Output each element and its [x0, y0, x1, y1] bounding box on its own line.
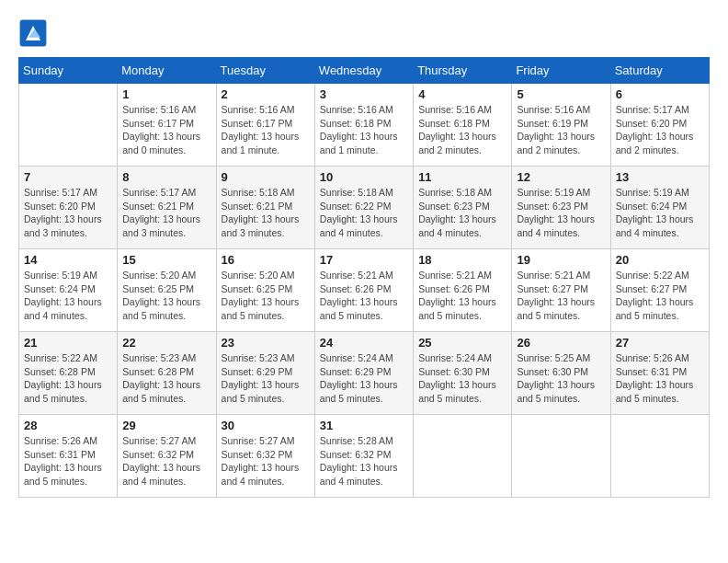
day-info: Sunrise: 5:24 AMSunset: 6:30 PMDaylight:… [418, 351, 506, 406]
day-info: Sunrise: 5:23 AMSunset: 6:28 PMDaylight:… [122, 351, 210, 406]
weekday-header: Saturday [610, 58, 709, 84]
calendar-cell: 10Sunrise: 5:18 AMSunset: 6:22 PMDayligh… [314, 167, 413, 249]
day-number: 1 [122, 87, 210, 101]
day-info: Sunrise: 5:21 AMSunset: 6:27 PMDaylight:… [517, 269, 605, 323]
calendar-cell: 18Sunrise: 5:21 AMSunset: 6:26 PMDayligh… [414, 249, 512, 332]
day-info: Sunrise: 5:20 AMSunset: 6:25 PMDaylight:… [122, 269, 210, 323]
day-number: 26 [517, 336, 605, 350]
calendar-cell: 5Sunrise: 5:16 AMSunset: 6:19 PMDaylight… [512, 84, 610, 167]
day-number: 25 [418, 336, 506, 350]
day-number: 11 [418, 170, 506, 184]
weekday-header: Tuesday [216, 58, 314, 84]
day-info: Sunrise: 5:17 AMSunset: 6:21 PMDaylight:… [122, 186, 210, 240]
calendar-cell: 23Sunrise: 5:23 AMSunset: 6:29 PMDayligh… [216, 332, 314, 415]
day-info: Sunrise: 5:24 AMSunset: 6:29 PMDaylight:… [320, 351, 408, 406]
day-info: Sunrise: 5:25 AMSunset: 6:30 PMDaylight:… [517, 351, 605, 406]
day-info: Sunrise: 5:16 AMSunset: 6:17 PMDaylight:… [222, 103, 310, 157]
calendar-cell: 22Sunrise: 5:23 AMSunset: 6:28 PMDayligh… [118, 332, 216, 415]
calendar-cell: 7Sunrise: 5:17 AMSunset: 6:20 PMDaylight… [19, 167, 118, 249]
day-info: Sunrise: 5:16 AMSunset: 6:18 PMDaylight:… [418, 103, 506, 157]
day-info: Sunrise: 5:17 AMSunset: 6:20 PMDaylight:… [24, 186, 112, 240]
calendar-cell [414, 415, 512, 498]
calendar-cell: 15Sunrise: 5:20 AMSunset: 6:25 PMDayligh… [118, 249, 216, 332]
day-number: 30 [222, 419, 310, 432]
day-info: Sunrise: 5:18 AMSunset: 6:23 PMDaylight:… [418, 186, 506, 240]
day-info: Sunrise: 5:16 AMSunset: 6:17 PMDaylight:… [122, 103, 210, 157]
day-number: 2 [222, 87, 310, 101]
calendar-cell: 30Sunrise: 5:27 AMSunset: 6:32 PMDayligh… [216, 415, 314, 498]
calendar-cell: 31Sunrise: 5:28 AMSunset: 6:32 PMDayligh… [314, 415, 413, 498]
calendar-header-row: SundayMondayTuesdayWednesdayThursdayFrid… [19, 58, 710, 84]
calendar-cell [512, 415, 610, 498]
calendar-cell: 28Sunrise: 5:26 AMSunset: 6:31 PMDayligh… [19, 415, 118, 498]
day-number: 23 [222, 336, 310, 350]
day-number: 18 [418, 253, 506, 267]
day-number: 7 [24, 170, 112, 184]
day-number: 29 [122, 419, 210, 432]
day-number: 20 [616, 253, 704, 267]
calendar-cell: 20Sunrise: 5:22 AMSunset: 6:27 PMDayligh… [610, 249, 709, 332]
calendar-cell [610, 415, 709, 498]
day-number: 8 [122, 170, 210, 184]
calendar-cell: 13Sunrise: 5:19 AMSunset: 6:24 PMDayligh… [610, 167, 709, 249]
calendar-cell: 21Sunrise: 5:22 AMSunset: 6:28 PMDayligh… [19, 332, 118, 415]
calendar-week-row: 7Sunrise: 5:17 AMSunset: 6:20 PMDaylight… [19, 167, 710, 249]
day-info: Sunrise: 5:21 AMSunset: 6:26 PMDaylight:… [320, 269, 408, 323]
calendar-week-row: 28Sunrise: 5:26 AMSunset: 6:31 PMDayligh… [19, 415, 710, 498]
day-number: 9 [222, 170, 310, 184]
calendar-cell: 14Sunrise: 5:19 AMSunset: 6:24 PMDayligh… [19, 249, 118, 332]
day-number: 19 [517, 253, 605, 267]
day-info: Sunrise: 5:22 AMSunset: 6:27 PMDaylight:… [616, 269, 704, 323]
day-number: 12 [517, 170, 605, 184]
day-number: 28 [24, 419, 112, 432]
day-number: 3 [320, 87, 408, 101]
calendar-week-row: 21Sunrise: 5:22 AMSunset: 6:28 PMDayligh… [19, 332, 710, 415]
calendar-cell: 25Sunrise: 5:24 AMSunset: 6:30 PMDayligh… [414, 332, 512, 415]
calendar-cell: 2Sunrise: 5:16 AMSunset: 6:17 PMDaylight… [216, 84, 314, 167]
calendar-cell: 6Sunrise: 5:17 AMSunset: 6:20 PMDaylight… [610, 84, 709, 167]
day-info: Sunrise: 5:26 AMSunset: 6:31 PMDaylight:… [616, 351, 704, 406]
day-info: Sunrise: 5:18 AMSunset: 6:21 PMDaylight:… [222, 186, 310, 240]
calendar-cell: 9Sunrise: 5:18 AMSunset: 6:21 PMDaylight… [216, 167, 314, 249]
day-number: 15 [122, 253, 210, 267]
calendar-week-row: 1Sunrise: 5:16 AMSunset: 6:17 PMDaylight… [19, 84, 710, 167]
day-info: Sunrise: 5:27 AMSunset: 6:32 PMDaylight:… [122, 434, 210, 488]
day-number: 10 [320, 170, 408, 184]
day-info: Sunrise: 5:19 AMSunset: 6:24 PMDaylight:… [24, 269, 112, 323]
calendar-cell: 3Sunrise: 5:16 AMSunset: 6:18 PMDaylight… [314, 84, 413, 167]
day-number: 5 [517, 87, 605, 101]
day-info: Sunrise: 5:20 AMSunset: 6:25 PMDaylight:… [222, 269, 310, 323]
day-number: 22 [122, 336, 210, 350]
day-info: Sunrise: 5:23 AMSunset: 6:29 PMDaylight:… [222, 351, 310, 406]
day-info: Sunrise: 5:22 AMSunset: 6:28 PMDaylight:… [24, 351, 112, 406]
day-number: 14 [24, 253, 112, 267]
calendar-cell: 4Sunrise: 5:16 AMSunset: 6:18 PMDaylight… [414, 84, 512, 167]
day-number: 24 [320, 336, 408, 350]
weekday-header: Sunday [19, 58, 118, 84]
day-number: 31 [320, 419, 408, 432]
day-number: 27 [616, 336, 704, 350]
calendar-cell: 26Sunrise: 5:25 AMSunset: 6:30 PMDayligh… [512, 332, 610, 415]
day-info: Sunrise: 5:18 AMSunset: 6:22 PMDaylight:… [320, 186, 408, 240]
day-info: Sunrise: 5:17 AMSunset: 6:20 PMDaylight:… [616, 103, 704, 157]
calendar-week-row: 14Sunrise: 5:19 AMSunset: 6:24 PMDayligh… [19, 249, 710, 332]
day-number: 21 [24, 336, 112, 350]
day-number: 4 [418, 87, 506, 101]
page-header [18, 18, 710, 48]
day-number: 6 [616, 87, 704, 101]
weekday-header: Friday [512, 58, 610, 84]
day-info: Sunrise: 5:19 AMSunset: 6:23 PMDaylight:… [517, 186, 605, 240]
calendar-cell: 29Sunrise: 5:27 AMSunset: 6:32 PMDayligh… [118, 415, 216, 498]
calendar-cell: 27Sunrise: 5:26 AMSunset: 6:31 PMDayligh… [610, 332, 709, 415]
calendar-cell: 1Sunrise: 5:16 AMSunset: 6:17 PMDaylight… [118, 84, 216, 167]
calendar-table: SundayMondayTuesdayWednesdayThursdayFrid… [18, 57, 710, 498]
day-info: Sunrise: 5:26 AMSunset: 6:31 PMDaylight:… [24, 434, 112, 488]
day-number: 13 [616, 170, 704, 184]
calendar-cell: 12Sunrise: 5:19 AMSunset: 6:23 PMDayligh… [512, 167, 610, 249]
day-info: Sunrise: 5:28 AMSunset: 6:32 PMDaylight:… [320, 434, 408, 488]
logo [18, 18, 51, 48]
weekday-header: Monday [118, 58, 216, 84]
calendar-cell: 16Sunrise: 5:20 AMSunset: 6:25 PMDayligh… [216, 249, 314, 332]
calendar-cell [19, 84, 118, 167]
day-number: 17 [320, 253, 408, 267]
